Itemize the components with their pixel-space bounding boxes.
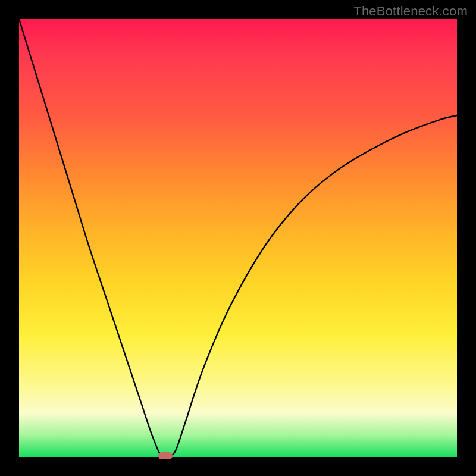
watermark-text: TheBottleneck.com xyxy=(353,4,468,19)
min-marker xyxy=(158,452,173,459)
outer-frame: TheBottleneck.com xyxy=(0,0,476,476)
bottleneck-curve xyxy=(19,19,457,457)
chart-plot-area xyxy=(19,19,457,457)
